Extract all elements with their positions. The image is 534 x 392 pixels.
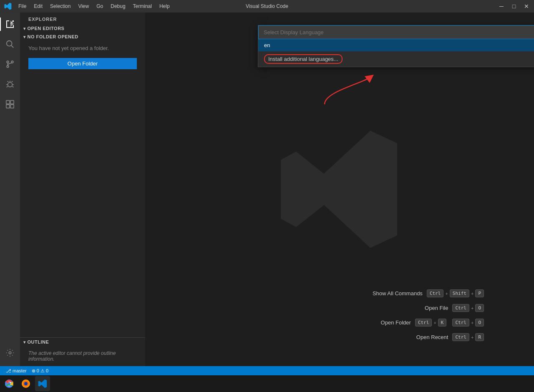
dropdown-item-install[interactable]: Install additional languages...	[258, 51, 534, 67]
dropdown-item-en[interactable]: en	[258, 39, 534, 51]
svg-rect-15	[10, 105, 14, 108]
menu-debug[interactable]: Debug	[107, 2, 128, 11]
no-folder-section: ▾ No Folder Opened You have not yet open…	[20, 33, 145, 72]
open-editors-header[interactable]: ▾ Open Editors	[20, 24, 145, 33]
shortcut-open-folder: Open Folder Ctrl + K Ctrl + O	[361, 319, 484, 327]
no-folder-header[interactable]: ▾ No Folder Opened	[20, 33, 145, 41]
svg-point-16	[9, 352, 11, 354]
shortcut-open-recent: Open Recent Ctrl + R	[398, 333, 484, 341]
explorer-icon	[5, 19, 15, 29]
menu-help[interactable]: Help	[156, 2, 173, 11]
svg-line-11	[13, 86, 14, 88]
open-recent-keys: Ctrl + R	[452, 333, 484, 341]
menu-go[interactable]: Go	[93, 2, 106, 11]
activity-git[interactable]	[0, 54, 20, 74]
title-bar: File Edit Selection View Go Debug Termin…	[0, 0, 534, 13]
outline-message: The active editor cannot provide outline…	[20, 346, 145, 366]
menu-bar: File Edit Selection View Go Debug Termin…	[15, 2, 173, 11]
svg-point-1	[7, 41, 12, 46]
window-controls: ─ □ ✕	[498, 3, 530, 10]
menu-terminal[interactable]: Terminal	[130, 2, 155, 11]
outline-chevron: ▾	[23, 340, 26, 344]
plus-4: +	[433, 320, 436, 325]
open-file-keys: Ctrl + O	[452, 304, 484, 312]
sidebar-spacer	[20, 72, 145, 337]
menu-edit[interactable]: Edit	[30, 2, 46, 11]
taskbar-chrome[interactable]	[2, 376, 17, 391]
show-all-commands-label: Show All Commands	[373, 290, 423, 297]
menu-file[interactable]: File	[15, 2, 30, 11]
menu-view[interactable]: View	[75, 2, 92, 11]
key-o: O	[475, 304, 484, 312]
show-all-commands-keys: Ctrl + Shift + P	[427, 289, 484, 297]
activity-debug[interactable]	[0, 74, 20, 94]
editor-area: Show All Commands Ctrl + Shift + P Open …	[145, 13, 534, 366]
key-k: K	[438, 319, 447, 327]
language-dropdown: en Install additional languages...	[258, 25, 534, 67]
open-editors-chevron: ▾	[23, 26, 26, 31]
firefox-taskbar-icon	[21, 379, 31, 389]
outline-label: Outline	[28, 339, 49, 344]
outline-header[interactable]: ▾ Outline	[20, 338, 145, 346]
key-ctrl-2: Ctrl	[452, 304, 469, 312]
activity-settings[interactable]	[0, 343, 20, 363]
taskbar	[0, 375, 534, 392]
svg-rect-13	[10, 101, 14, 104]
settings-activity-icon	[5, 348, 15, 357]
key-shift: Shift	[450, 289, 469, 297]
plus-6: +	[471, 335, 474, 340]
taskbar-vscode[interactable]	[35, 376, 50, 391]
svg-point-3	[7, 65, 9, 68]
shortcuts-panel: Show All Commands Ctrl + Shift + P Open …	[361, 289, 484, 341]
sidebar: Explorer ▾ Open Editors ▾ No Folder Open…	[20, 13, 145, 366]
language-search-input[interactable]	[258, 25, 534, 39]
open-folder-button[interactable]: Open Folder	[28, 58, 137, 69]
plus-3: +	[471, 306, 474, 311]
open-editors-section: ▾ Open Editors	[20, 24, 145, 33]
no-folder-message: You have not yet opened a folder.	[20, 41, 145, 55]
key-ctrl-3: Ctrl	[415, 319, 432, 327]
app-title: Visual Studio Code	[246, 3, 288, 9]
menu-selection[interactable]: Selection	[47, 2, 74, 11]
open-folder-keys: Ctrl + K Ctrl + O	[415, 319, 484, 327]
search-activity-icon	[5, 40, 15, 49]
svg-point-5	[7, 61, 9, 63]
status-bar: ⎇ master ⊗ 0 ⚠ 0	[0, 366, 534, 375]
open-recent-label: Open Recent	[398, 334, 448, 340]
svg-line-2	[11, 45, 14, 48]
extensions-activity-icon	[5, 100, 15, 109]
no-folder-chevron: ▾	[23, 35, 26, 39]
activity-bar	[0, 13, 20, 366]
key-ctrl: Ctrl	[427, 289, 444, 297]
close-button[interactable]: ✕	[523, 3, 530, 10]
activity-search[interactable]	[0, 34, 20, 54]
svg-rect-12	[6, 101, 10, 104]
vscode-watermark	[277, 127, 402, 252]
minimize-button[interactable]: ─	[498, 3, 505, 10]
main-layout: Explorer ▾ Open Editors ▾ No Folder Open…	[0, 13, 534, 366]
sidebar-title: Explorer	[20, 13, 145, 24]
open-editors-label: Open Editors	[28, 26, 65, 31]
activity-extensions[interactable]	[0, 94, 20, 114]
taskbar-firefox[interactable]	[18, 376, 33, 391]
shortcut-open-file: Open File Ctrl + O	[398, 304, 484, 312]
chrome-taskbar-icon	[4, 379, 14, 389]
vscode-logo-icon	[4, 3, 12, 10]
key-r: R	[475, 333, 484, 341]
key-ctrl-5: Ctrl	[452, 333, 469, 341]
shortcut-show-all-commands: Show All Commands Ctrl + Shift + P	[373, 289, 484, 297]
activity-explorer[interactable]	[0, 14, 20, 34]
git-activity-icon	[5, 60, 15, 69]
status-errors[interactable]: ⊗ 0 ⚠ 0	[29, 368, 51, 374]
svg-rect-14	[6, 105, 10, 108]
vscode-taskbar-icon	[38, 379, 47, 388]
maximize-button[interactable]: □	[511, 3, 517, 10]
svg-line-10	[7, 86, 8, 88]
title-bar-left: File Edit Selection View Go Debug Termin…	[4, 2, 173, 11]
no-folder-label: No Folder Opened	[28, 34, 78, 39]
plus-1: +	[445, 291, 448, 296]
status-branch[interactable]: ⎇ master	[3, 368, 29, 374]
plus-2: +	[471, 291, 474, 296]
plus-5: +	[471, 320, 474, 325]
key-ctrl-4: Ctrl	[452, 319, 469, 327]
